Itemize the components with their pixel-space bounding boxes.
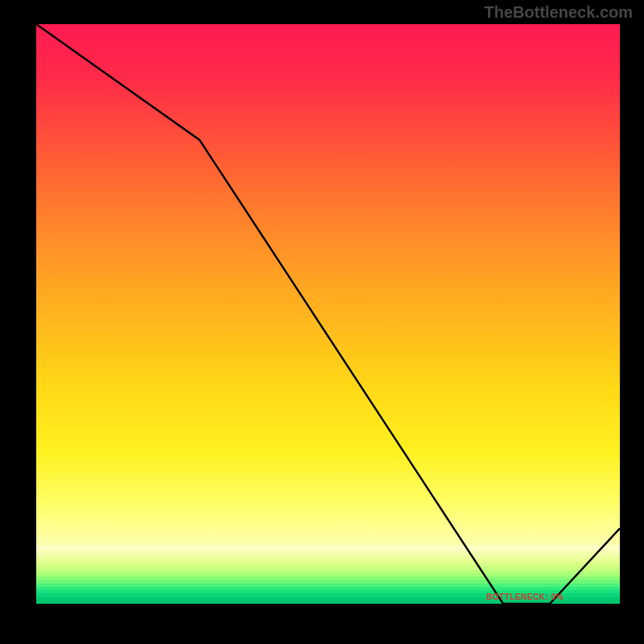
bottleneck-curve (36, 24, 620, 604)
watermark-text: TheBottleneck.com (485, 3, 633, 22)
plot-area: BOTTLENECK: 0% (36, 24, 620, 604)
plot-frame: BOTTLENECK: 0% (20, 20, 624, 624)
bottleneck-marker-label: BOTTLENECK: 0% (486, 592, 564, 601)
chart-container: TheBottleneck.com BOTTLENECK: 0% (0, 0, 644, 644)
